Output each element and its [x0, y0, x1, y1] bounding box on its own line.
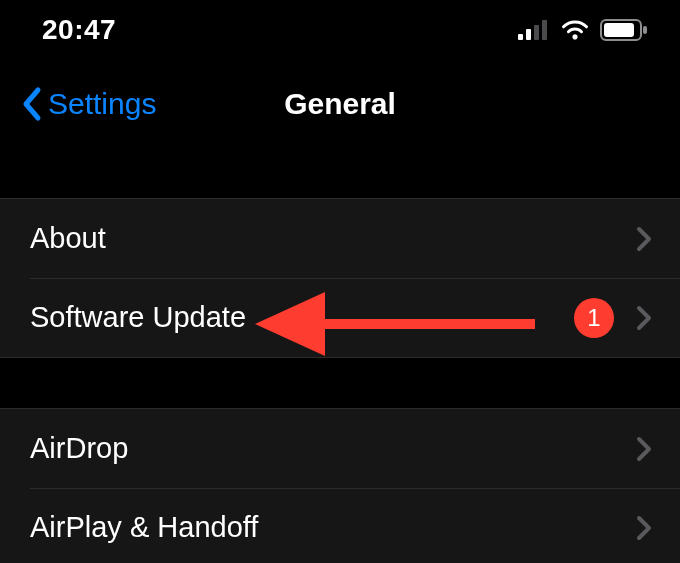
chevron-right-icon: [636, 305, 652, 331]
nav-bar: Settings General: [0, 60, 680, 148]
status-bar: 20:47: [0, 0, 680, 60]
chevron-right-icon: [636, 226, 652, 252]
chevron-right-icon: [636, 436, 652, 462]
row-trailing: [636, 436, 652, 462]
row-software-update[interactable]: Software Update 1: [0, 278, 680, 357]
chevron-right-icon: [636, 515, 652, 541]
back-button[interactable]: Settings: [20, 86, 156, 122]
row-trailing: [636, 226, 652, 252]
section-gap: [0, 358, 680, 408]
status-icons: [518, 19, 648, 41]
row-label: Software Update: [30, 301, 574, 334]
section-gap: [0, 148, 680, 198]
row-label: AirPlay & Handoff: [30, 511, 636, 544]
cellular-icon: [518, 20, 550, 40]
page-title: General: [284, 87, 396, 121]
row-label: AirDrop: [30, 432, 636, 465]
svg-rect-3: [542, 20, 547, 40]
status-time: 20:47: [42, 14, 116, 46]
row-trailing: [636, 515, 652, 541]
svg-rect-0: [518, 34, 523, 40]
back-label: Settings: [48, 87, 156, 121]
row-airplay-handoff[interactable]: AirPlay & Handoff: [0, 488, 680, 563]
row-airdrop[interactable]: AirDrop: [0, 409, 680, 488]
row-trailing: 1: [574, 298, 652, 338]
notification-badge: 1: [574, 298, 614, 338]
row-about[interactable]: About: [0, 199, 680, 278]
svg-rect-2: [534, 25, 539, 40]
row-label: About: [30, 222, 636, 255]
battery-icon: [600, 19, 648, 41]
section-sharing: AirDrop AirPlay & Handoff: [0, 408, 680, 563]
svg-rect-5: [604, 23, 634, 37]
wifi-icon: [560, 19, 590, 41]
section-general-info: About Software Update 1: [0, 198, 680, 358]
chevron-left-icon: [20, 86, 44, 122]
svg-rect-1: [526, 29, 531, 40]
svg-rect-6: [643, 26, 647, 34]
